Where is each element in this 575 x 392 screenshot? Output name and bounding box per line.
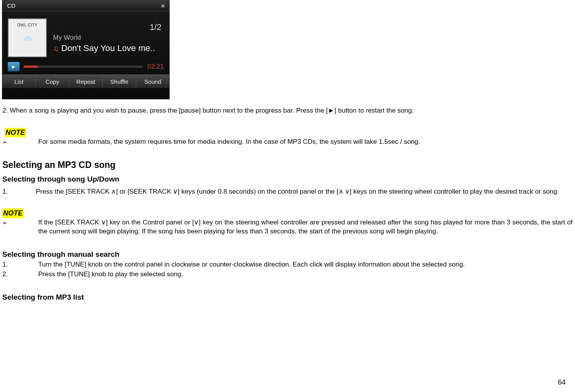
album-art-graphic: ☁: [23, 32, 32, 43]
progress-row: ► 02:21: [8, 62, 164, 71]
track-title-row: ♫ Don't Say You Love me..: [53, 43, 155, 53]
note-bullet: ➢ If the [SEEK TRACK ∨] key on the Contr…: [2, 218, 573, 236]
sound-button[interactable]: Sound: [136, 75, 169, 88]
music-note-icon: ♫: [53, 44, 59, 53]
ordered-list-item: 2. Press the [TUNE] knob to play the sel…: [2, 270, 573, 279]
repeat-button[interactable]: Repeat: [69, 75, 103, 88]
bullet-arrow-icon: ➢: [2, 218, 38, 227]
copy-button[interactable]: Copy: [36, 75, 69, 88]
list-body: Press the [TUNE] knob to play the select…: [38, 270, 573, 279]
player-header: CD ≡: [2, 0, 169, 11]
note-body: If the [SEEK TRACK ∨] key on the Control…: [38, 218, 573, 236]
ordered-list-item: 1.Press the [SEEK TRACK ∧] or [SEEK TRAC…: [2, 187, 573, 196]
bullet-arrow-icon: ➢: [2, 138, 38, 146]
note-callout: NOTE: [5, 128, 26, 137]
heading-3: Selecting through song Up/Down: [2, 174, 573, 184]
note-body: For some media formats, the system requi…: [38, 138, 420, 147]
list-number: 1.: [2, 187, 36, 196]
play-button[interactable]: ►: [8, 62, 20, 71]
player-body: OWL CITY ☁ My World ♫ Don't Say You Love…: [2, 11, 169, 74]
album-art-label: OWL CITY: [17, 23, 37, 28]
cd-player-screenshot: CD ≡ OWL CITY ☁ My World ♫ Don't Say You…: [2, 0, 170, 99]
note-bullet: ➢ For some media formats, the system req…: [2, 138, 573, 147]
note-callout: NOTE: [2, 208, 23, 218]
progress-fill: [23, 65, 38, 68]
elapsed-time: 02:21: [147, 63, 164, 71]
page-number: 64: [558, 378, 566, 387]
list-button[interactable]: List: [2, 75, 36, 88]
list-number: 1.: [2, 260, 38, 269]
ordered-list-item: 1. Turn the [TUNE] knob on the control p…: [2, 260, 573, 269]
hamburger-icon: ≡: [161, 2, 165, 9]
player-header-left: CD: [7, 2, 16, 9]
list-number: 2.: [2, 270, 38, 279]
shuffle-button[interactable]: Shuffle: [103, 75, 136, 88]
heading-2: Selecting an MP3 CD song: [2, 159, 573, 171]
heading-3: Selecting from MP3 list: [2, 292, 573, 302]
document-body: 2. When a song is playing and you wish t…: [0, 99, 575, 302]
list-body: Press the [SEEK TRACK ∧] or [SEEK TRACK …: [36, 188, 559, 195]
progress-bar[interactable]: [23, 65, 143, 68]
player-button-bar: List Copy Repeat Shuffle Sound: [2, 74, 169, 88]
heading-3: Selecting through manual search: [2, 249, 573, 260]
list-body: Turn the [TUNE] knob on the control pane…: [38, 260, 573, 269]
album-art: OWL CITY ☁: [8, 18, 47, 57]
track-title: Don't Say You Love me..: [61, 43, 155, 53]
page-indicator: 1/2: [149, 22, 161, 32]
album-label: My World: [53, 34, 155, 42]
paragraph: 2. When a song is playing and you wish t…: [2, 106, 573, 115]
